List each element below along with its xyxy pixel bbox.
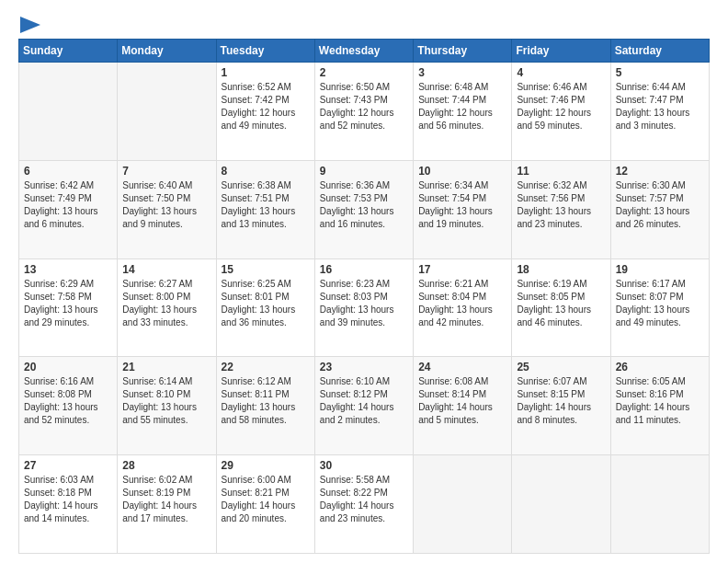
calendar-table: Sunday Monday Tuesday Wednesday Thursday… bbox=[18, 39, 710, 554]
day-number: 21 bbox=[122, 361, 210, 373]
day-info: Sunrise: 6:10 AMSunset: 8:12 PMDaylight:… bbox=[320, 375, 408, 427]
day-info: Sunrise: 6:25 AMSunset: 8:01 PMDaylight:… bbox=[222, 278, 310, 329]
calendar-cell bbox=[118, 63, 216, 161]
calendar-cell: 13Sunrise: 6:29 AMSunset: 7:58 PMDayligh… bbox=[19, 259, 118, 357]
calendar-cell: 30Sunrise: 5:58 AMSunset: 8:22 PMDayligh… bbox=[314, 455, 413, 554]
day-info: Sunrise: 6:30 AMSunset: 7:57 PMDaylight:… bbox=[616, 179, 704, 231]
day-info: Sunrise: 6:19 AMSunset: 8:05 PMDaylight:… bbox=[517, 278, 605, 329]
calendar-cell: 5Sunrise: 6:44 AMSunset: 7:47 PMDaylight… bbox=[610, 63, 709, 161]
day-info: Sunrise: 5:58 AMSunset: 8:22 PMDaylight:… bbox=[320, 474, 408, 525]
calendar-cell: 29Sunrise: 6:00 AMSunset: 8:21 PMDayligh… bbox=[216, 455, 314, 554]
day-number: 23 bbox=[320, 361, 408, 373]
day-info: Sunrise: 6:14 AMSunset: 8:10 PMDaylight:… bbox=[122, 375, 210, 427]
day-info: Sunrise: 6:52 AMSunset: 7:42 PMDaylight:… bbox=[222, 81, 310, 132]
col-sunday: Sunday bbox=[19, 40, 118, 63]
week-row-2: 6Sunrise: 6:42 AMSunset: 7:49 PMDaylight… bbox=[19, 160, 710, 259]
day-info: Sunrise: 6:48 AMSunset: 7:44 PMDaylight:… bbox=[418, 81, 506, 132]
calendar-cell: 16Sunrise: 6:23 AMSunset: 8:03 PMDayligh… bbox=[314, 259, 413, 357]
calendar-cell: 24Sunrise: 6:08 AMSunset: 8:14 PMDayligh… bbox=[414, 357, 512, 455]
day-number: 7 bbox=[122, 165, 210, 178]
calendar-cell: 25Sunrise: 6:07 AMSunset: 8:15 PMDayligh… bbox=[512, 357, 610, 455]
day-number: 8 bbox=[222, 165, 310, 178]
calendar-cell: 18Sunrise: 6:19 AMSunset: 8:05 PMDayligh… bbox=[512, 259, 610, 357]
svg-marker-0 bbox=[20, 17, 40, 33]
calendar-cell: 11Sunrise: 6:32 AMSunset: 7:56 PMDayligh… bbox=[512, 160, 610, 259]
day-number: 10 bbox=[418, 165, 506, 178]
day-info: Sunrise: 6:12 AMSunset: 8:11 PMDaylight:… bbox=[222, 375, 310, 427]
day-info: Sunrise: 6:46 AMSunset: 7:46 PMDaylight:… bbox=[517, 81, 605, 132]
day-info: Sunrise: 6:36 AMSunset: 7:53 PMDaylight:… bbox=[320, 179, 408, 231]
day-number: 9 bbox=[320, 165, 408, 178]
day-number: 13 bbox=[24, 263, 112, 276]
calendar-cell: 4Sunrise: 6:46 AMSunset: 7:46 PMDaylight… bbox=[512, 63, 610, 161]
week-row-3: 13Sunrise: 6:29 AMSunset: 7:58 PMDayligh… bbox=[19, 259, 710, 357]
day-info: Sunrise: 6:08 AMSunset: 8:14 PMDaylight:… bbox=[418, 375, 506, 427]
calendar-cell: 22Sunrise: 6:12 AMSunset: 8:11 PMDayligh… bbox=[216, 357, 314, 455]
day-number: 25 bbox=[517, 361, 605, 373]
logo-icon bbox=[20, 17, 40, 33]
calendar-cell: 26Sunrise: 6:05 AMSunset: 8:16 PMDayligh… bbox=[610, 357, 709, 455]
day-info: Sunrise: 6:02 AMSunset: 8:19 PMDaylight:… bbox=[122, 474, 210, 525]
col-thursday: Thursday bbox=[414, 40, 512, 63]
calendar-cell: 1Sunrise: 6:52 AMSunset: 7:42 PMDaylight… bbox=[216, 63, 314, 161]
day-number: 14 bbox=[122, 263, 210, 276]
calendar-cell: 3Sunrise: 6:48 AMSunset: 7:44 PMDaylight… bbox=[414, 63, 512, 161]
day-info: Sunrise: 6:23 AMSunset: 8:03 PMDaylight:… bbox=[320, 278, 408, 329]
day-number: 30 bbox=[320, 459, 408, 472]
day-info: Sunrise: 6:40 AMSunset: 7:50 PMDaylight:… bbox=[122, 179, 210, 231]
day-number: 12 bbox=[616, 165, 704, 178]
calendar-cell: 10Sunrise: 6:34 AMSunset: 7:54 PMDayligh… bbox=[414, 160, 512, 259]
day-info: Sunrise: 6:07 AMSunset: 8:15 PMDaylight:… bbox=[517, 375, 605, 427]
day-info: Sunrise: 6:44 AMSunset: 7:47 PMDaylight:… bbox=[616, 81, 704, 132]
day-info: Sunrise: 6:34 AMSunset: 7:54 PMDaylight:… bbox=[418, 179, 506, 231]
calendar-cell bbox=[19, 63, 118, 161]
calendar-cell: 2Sunrise: 6:50 AMSunset: 7:43 PMDaylight… bbox=[314, 63, 413, 161]
day-info: Sunrise: 6:29 AMSunset: 7:58 PMDaylight:… bbox=[24, 278, 112, 329]
col-saturday: Saturday bbox=[610, 40, 709, 63]
calendar-cell: 28Sunrise: 6:02 AMSunset: 8:19 PMDayligh… bbox=[118, 455, 216, 554]
day-number: 20 bbox=[24, 361, 112, 373]
day-number: 11 bbox=[517, 165, 605, 178]
day-number: 1 bbox=[222, 66, 310, 79]
calendar-cell: 19Sunrise: 6:17 AMSunset: 8:07 PMDayligh… bbox=[610, 259, 709, 357]
day-number: 15 bbox=[222, 263, 310, 276]
header bbox=[18, 17, 710, 31]
day-info: Sunrise: 6:21 AMSunset: 8:04 PMDaylight:… bbox=[418, 278, 506, 329]
calendar-cell bbox=[512, 455, 610, 554]
col-friday: Friday bbox=[512, 40, 610, 63]
calendar-cell: 21Sunrise: 6:14 AMSunset: 8:10 PMDayligh… bbox=[118, 357, 216, 455]
calendar-cell bbox=[414, 455, 512, 554]
day-number: 5 bbox=[616, 66, 704, 79]
calendar-cell: 12Sunrise: 6:30 AMSunset: 7:57 PMDayligh… bbox=[610, 160, 709, 259]
day-info: Sunrise: 6:38 AMSunset: 7:51 PMDaylight:… bbox=[222, 179, 310, 231]
week-row-5: 27Sunrise: 6:03 AMSunset: 8:18 PMDayligh… bbox=[19, 455, 710, 554]
calendar-cell: 7Sunrise: 6:40 AMSunset: 7:50 PMDaylight… bbox=[118, 160, 216, 259]
calendar-cell: 8Sunrise: 6:38 AMSunset: 7:51 PMDaylight… bbox=[216, 160, 314, 259]
day-info: Sunrise: 6:05 AMSunset: 8:16 PMDaylight:… bbox=[616, 375, 704, 427]
calendar-cell: 9Sunrise: 6:36 AMSunset: 7:53 PMDaylight… bbox=[314, 160, 413, 259]
day-number: 28 bbox=[122, 459, 210, 472]
calendar-cell: 17Sunrise: 6:21 AMSunset: 8:04 PMDayligh… bbox=[414, 259, 512, 357]
day-number: 16 bbox=[320, 263, 408, 276]
day-number: 4 bbox=[517, 66, 605, 79]
col-monday: Monday bbox=[118, 40, 216, 63]
day-number: 19 bbox=[616, 263, 704, 276]
day-number: 29 bbox=[222, 459, 310, 472]
day-number: 18 bbox=[517, 263, 605, 276]
day-number: 27 bbox=[24, 459, 112, 472]
day-info: Sunrise: 6:16 AMSunset: 8:08 PMDaylight:… bbox=[24, 375, 112, 427]
day-info: Sunrise: 6:17 AMSunset: 8:07 PMDaylight:… bbox=[616, 278, 704, 329]
calendar-cell bbox=[610, 455, 709, 554]
day-number: 26 bbox=[616, 361, 704, 373]
col-tuesday: Tuesday bbox=[216, 40, 314, 63]
day-number: 17 bbox=[418, 263, 506, 276]
day-info: Sunrise: 6:03 AMSunset: 8:18 PMDaylight:… bbox=[24, 474, 112, 525]
day-info: Sunrise: 6:32 AMSunset: 7:56 PMDaylight:… bbox=[517, 179, 605, 231]
calendar-cell: 27Sunrise: 6:03 AMSunset: 8:18 PMDayligh… bbox=[19, 455, 118, 554]
day-info: Sunrise: 6:50 AMSunset: 7:43 PMDaylight:… bbox=[320, 81, 408, 132]
day-number: 24 bbox=[418, 361, 506, 373]
day-number: 2 bbox=[320, 66, 408, 79]
calendar-header-row: Sunday Monday Tuesday Wednesday Thursday… bbox=[19, 40, 710, 63]
day-info: Sunrise: 6:27 AMSunset: 8:00 PMDaylight:… bbox=[122, 278, 210, 329]
day-number: 6 bbox=[24, 165, 112, 178]
